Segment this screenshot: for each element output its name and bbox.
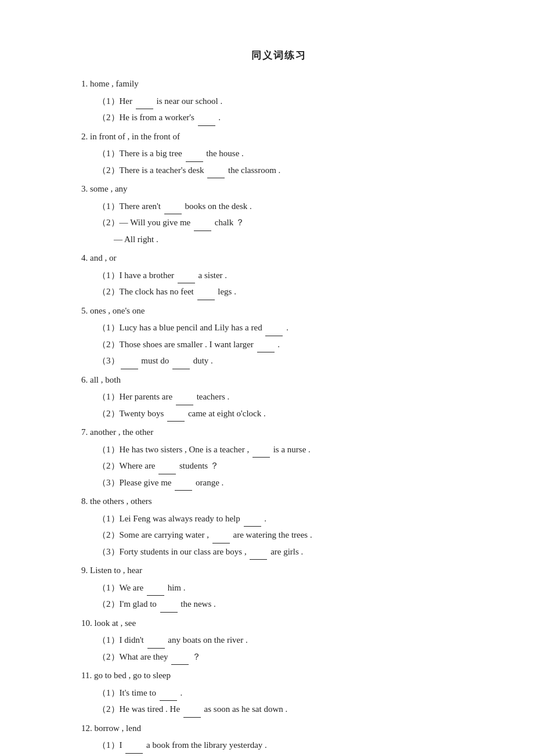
sub-item: （2）— Will you give me chalk ？ [81,214,476,231]
blank [183,717,201,718]
section-header-2: 2. in front of , in the front of [81,128,476,145]
section-header-10: 10. look at , see [81,615,476,632]
section-header-6: 6. all , both [81,372,476,388]
sub-item: （1）Lei Feng was always ready to help . [81,510,476,527]
section-9: 9. Listen to , hear（1）We are him .（2）I'm… [81,562,476,613]
sub-item: （2）Some are carrying water , are waterin… [81,527,476,543]
sub-item: （1）Her parents are teachers . [81,388,476,405]
blank [160,612,178,613]
sub-item: （2）I'm glad to the news . [81,596,476,613]
blank [252,457,270,458]
section-header-9: 9. Listen to , hear [81,562,476,579]
sub-item: （1）He has two sisters , One is a teacher… [81,441,476,458]
sub-item: （3） must do duty . [81,352,476,369]
sub-item: （1）It's time to . [81,685,476,701]
section-header-12: 12. borrow , lend [81,720,476,737]
sub-item: （2）You mustn't it to others . [81,754,476,756]
blank [172,369,190,369]
sub-item: （2）He is from a worker's . [81,109,476,126]
sub-item: （2）He was tired . He as soon as he sat d… [81,701,476,718]
section-header-1: 1. home , family [81,75,476,92]
sub-item: （1）I have a brother a sister . [81,267,476,284]
sub-item: （2）What are they ？ [81,649,476,665]
section-header-7: 7. another , the other [81,424,476,441]
section-3: 3. some , any（1）There aren't books on th… [81,181,476,247]
sub-item: （2）Those shoes are smaller . I want larg… [81,336,476,353]
section-7: 7. another , the other（1）He has two sist… [81,424,476,491]
blank [257,352,275,352]
sub-item: （3）Please give me orange . [81,474,476,491]
sub-item: （2）The clock has no feet legs . [81,283,476,300]
sub-item: （2）Twenty boys came at eight o'clock . [81,405,476,422]
section-6: 6. all , both（1）Her parents are teachers… [81,372,476,422]
sub-item: （2）Where are students ？ [81,458,476,474]
blank [121,369,138,369]
sub-item: （3）Forty students in our class are boys … [81,543,476,560]
sub-item: （1）There is a big tree the house . [81,145,476,162]
blank [171,664,189,665]
blank [198,125,215,126]
section-2: 2. in front of , in the front of（1）There… [81,128,476,179]
section-8: 8. the others , others（1）Lei Feng was al… [81,493,476,560]
sub-item: （1）Lucy has a blue pencil and Lily has a… [81,319,476,336]
blank [207,178,225,178]
page-title: 同义词练习 [81,46,476,65]
section-5: 5. ones , one's one（1）Lucy has a blue pe… [81,303,476,369]
blank [175,490,192,491]
section-header-8: 8. the others , others [81,493,476,510]
section-header-3: 3. some , any [81,181,476,197]
blank [167,421,185,422]
section-header-4: 4. and , or [81,250,476,267]
sub-item: （1）We are him . [81,579,476,596]
section-4: 4. and , or（1）I have a brother a sister … [81,250,476,300]
section-1: 1. home , family（1）Her is near our schoo… [81,75,476,126]
section-10: 10. look at , see（1）I didn't any boats o… [81,615,476,665]
blank [250,559,267,560]
sub-item: — All right . [81,231,476,248]
section-11: 11. go to bed , go to sleep（1）It's time … [81,667,476,718]
blank [194,231,211,231]
sub-item: （1）Her is near our school . [81,93,476,110]
blank [197,300,215,300]
sub-item: （1）I a book from the library yesterday . [81,737,476,754]
content: 1. home , family（1）Her is near our schoo… [81,75,476,756]
section-12: 12. borrow , lend（1）I a book from the li… [81,720,476,756]
section-header-11: 11. go to bed , go to sleep [81,667,476,684]
sub-item: （1）There aren't books on the desk . [81,198,476,215]
section-header-5: 5. ones , one's one [81,303,476,319]
sub-item: （2）There is a teacher's desk the classro… [81,162,476,179]
sub-item: （1）I didn't any boats on the river . [81,632,476,649]
